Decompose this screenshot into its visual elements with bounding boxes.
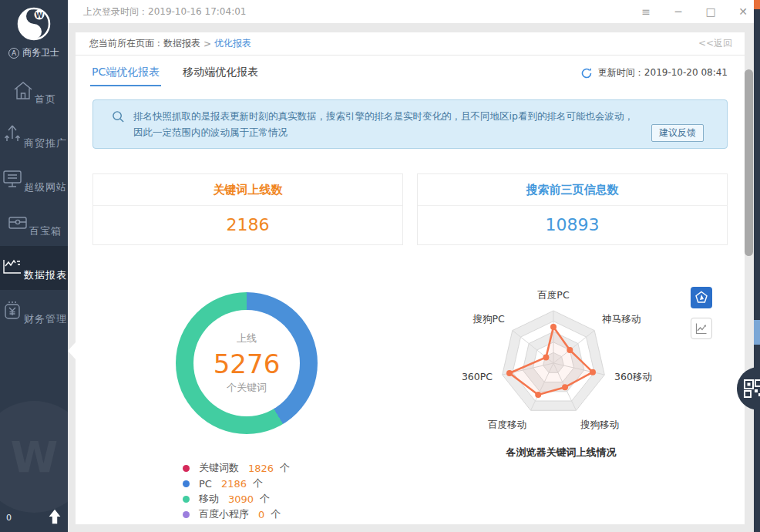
sidebar-item-label: 数据报表 bbox=[24, 269, 67, 281]
legend-value: 1826 bbox=[248, 463, 274, 474]
sidebar: W A 商务卫士 首页商贸推广超级网站百宝箱数据报表财务管理 W 0 bbox=[0, 0, 68, 532]
window-controls: ≡─□✕ bbox=[640, 5, 749, 18]
legend-dot-icon bbox=[183, 465, 190, 472]
legend-value: 2186 bbox=[221, 478, 247, 490]
stat-card-top3-info: 搜索前三页信息数 10893 bbox=[417, 173, 728, 245]
radar-axis-label: 搜狗移动 bbox=[580, 419, 619, 430]
sidebar-item-data-report[interactable]: 数据报表 bbox=[0, 246, 68, 290]
brand-name: 商务卫士 bbox=[22, 46, 59, 59]
sidebar-item-promotion[interactable]: 商贸推广 bbox=[0, 114, 68, 158]
sidebar-item-label: 商贸推广 bbox=[24, 137, 67, 149]
donut-center-top: 上线 bbox=[237, 332, 257, 345]
radar-axis-label: 搜狗PC bbox=[472, 313, 505, 325]
background-window-accent bbox=[754, 0, 760, 9]
legend-unit: 个 bbox=[253, 476, 263, 490]
stat-card-value: 2186 bbox=[93, 206, 402, 244]
notice-banner: 排名快照抓取的是报表更新时刻的真实数据，搜索引擎的排名是实时变化的，且不同地区i… bbox=[92, 99, 728, 149]
notice-text: 排名快照抓取的是报表更新时刻的真实数据，搜索引擎的排名是实时变化的，且不同地区i… bbox=[133, 110, 634, 138]
search-icon bbox=[112, 110, 125, 123]
radar-axis-label: 神马移动 bbox=[601, 313, 641, 325]
radar-view-icon bbox=[694, 291, 708, 305]
website-icon bbox=[1, 167, 24, 190]
legend-unit: 个 bbox=[280, 461, 290, 475]
radar-chart-title: 各浏览器关键词上线情况 bbox=[446, 446, 677, 460]
line-view-button[interactable] bbox=[691, 318, 712, 339]
minimize-button[interactable]: ─ bbox=[672, 5, 684, 18]
title-bar: 上次登录时间：2019-10-16 17:04:01 ≡─□✕ bbox=[68, 0, 760, 23]
legend-label: 百度小程序 bbox=[199, 507, 249, 521]
brand-badge-icon: A bbox=[8, 48, 19, 59]
legend-item-关键词数[interactable]: 关键词数1826个 bbox=[183, 460, 290, 476]
breadcrumb-prefix: 您当前所在页面： bbox=[89, 37, 163, 50]
background-window-edge bbox=[754, 0, 760, 532]
radar-view-button[interactable] bbox=[691, 287, 712, 308]
stat-card-title: 关键词上线数 bbox=[93, 174, 402, 206]
legend-unit: 个 bbox=[260, 492, 270, 506]
sidebar-item-finance[interactable]: 财务管理 bbox=[0, 290, 68, 334]
sidebar-nav: 首页商贸推广超级网站百宝箱数据报表财务管理 bbox=[0, 70, 68, 334]
charts-area: 上线 5276 个关键词 关键词数1826个PC2186个移动3090个百度小程… bbox=[76, 278, 745, 532]
legend-item-移动[interactable]: 移动3090个 bbox=[183, 491, 290, 507]
menu-button[interactable]: ≡ bbox=[640, 5, 652, 18]
donut-center-value: 5276 bbox=[214, 348, 281, 379]
radar-axis-label: 百度移动 bbox=[488, 419, 526, 430]
donut-chart: 上线 5276 个关键词 bbox=[176, 292, 318, 434]
legend-unit: 个 bbox=[271, 507, 281, 521]
update-time: 更新时间：2019-10-20 08:41 bbox=[598, 66, 728, 79]
radar-chart: 百度PC神马移动360移动搜狗移动百度移动360PC搜狗PC bbox=[438, 286, 669, 448]
line-view-icon bbox=[694, 322, 708, 335]
app-logo: W A 商务卫士 bbox=[0, 0, 68, 59]
sidebar-counter: 0 bbox=[6, 513, 12, 523]
sidebar-item-label: 超级网站 bbox=[24, 181, 67, 193]
legend-label: 移动 bbox=[199, 492, 219, 506]
feedback-button[interactable]: 建议反馈 bbox=[651, 124, 704, 142]
tab-pc-report[interactable]: PC端优化报表 bbox=[90, 59, 161, 86]
maximize-button[interactable]: □ bbox=[705, 5, 717, 18]
sidebar-item-label: 财务管理 bbox=[24, 313, 67, 325]
up-arrow-icon bbox=[46, 507, 63, 526]
watermark-logo: W bbox=[0, 401, 68, 513]
legend-value: 3090 bbox=[228, 493, 254, 505]
sidebar-item-label: 百宝箱 bbox=[29, 225, 62, 237]
legend-item-百度小程序[interactable]: 百度小程序0个 bbox=[183, 507, 290, 522]
legend-dot-icon bbox=[183, 480, 190, 487]
app-window: W A 商务卫士 首页商贸推广超级网站百宝箱数据报表财务管理 W 0 上次登录时… bbox=[0, 0, 760, 532]
legend-value: 0 bbox=[258, 509, 264, 520]
stat-cards: 关键词上线数 2186 搜索前三页信息数 10893 bbox=[92, 173, 728, 245]
tabs-row: PC端优化报表 移动端优化报表 更新时间：2019-10-20 08:41 bbox=[76, 56, 745, 86]
radar-axis-label: 360移动 bbox=[614, 371, 652, 382]
home-icon bbox=[12, 79, 35, 103]
sidebar-item-home[interactable]: 首页 bbox=[0, 70, 68, 114]
legend-dot-icon bbox=[183, 511, 190, 518]
background-window-scroll bbox=[754, 320, 760, 345]
main-area: 上次登录时间：2019-10-16 17:04:01 ≡─□✕ 您当前所在页面：… bbox=[68, 0, 760, 532]
close-button[interactable]: ✕ bbox=[737, 5, 749, 18]
scrollbar-thumb[interactable] bbox=[745, 69, 753, 256]
active-item-wedge bbox=[68, 342, 76, 359]
radar-axis-label: 360PC bbox=[462, 371, 493, 382]
back-link[interactable]: <<返回 bbox=[698, 37, 732, 50]
donut-center-bottom: 个关键词 bbox=[227, 381, 267, 395]
sidebar-item-label: 首页 bbox=[35, 93, 56, 105]
toolbox-icon bbox=[6, 211, 29, 234]
report-icon bbox=[1, 255, 24, 278]
legend-label: PC bbox=[199, 478, 212, 490]
refresh-icon[interactable] bbox=[580, 67, 593, 79]
breadcrumb-current: 优化报表 bbox=[214, 37, 251, 50]
stat-card-value: 10893 bbox=[418, 206, 727, 244]
svg-text:W: W bbox=[35, 12, 43, 19]
legend-dot-icon bbox=[183, 496, 190, 503]
promotion-icon bbox=[1, 123, 24, 146]
radar-axis-label: 百度PC bbox=[537, 289, 570, 301]
back-to-top-button[interactable] bbox=[46, 507, 63, 526]
breadcrumb: 您当前所在页面：数据报表 > 优化报表 <<返回 bbox=[76, 32, 745, 56]
sidebar-item-toolbox[interactable]: 百宝箱 bbox=[0, 202, 68, 246]
donut-legend: 关键词数1826个PC2186个移动3090个百度小程序0个 bbox=[183, 460, 290, 522]
tab-mobile-report[interactable]: 移动端优化报表 bbox=[181, 59, 260, 86]
stat-card-title: 搜索前三页信息数 bbox=[418, 174, 727, 206]
breadcrumb-separator: > bbox=[203, 39, 211, 49]
legend-item-PC[interactable]: PC2186个 bbox=[183, 476, 290, 491]
sidebar-item-super-website[interactable]: 超级网站 bbox=[0, 158, 68, 202]
page-background: 您当前所在页面：数据报表 > 优化报表 <<返回 PC端优化报表 移动端优化报表… bbox=[68, 23, 760, 524]
finance-icon bbox=[1, 299, 24, 322]
